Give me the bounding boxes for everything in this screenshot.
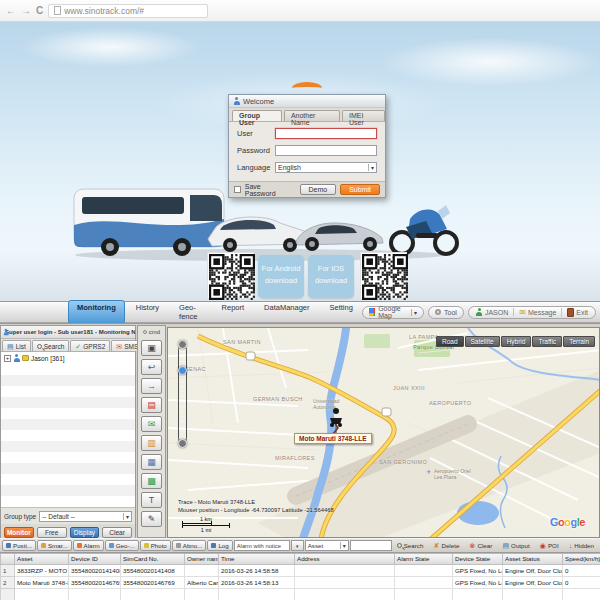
- url-text: www.sinotrack.com/#: [64, 6, 144, 16]
- table-cell: [15, 588, 69, 600]
- search-button[interactable]: Search: [395, 541, 426, 551]
- stats-button[interactable]: ▦: [141, 454, 162, 470]
- map-view-traffic[interactable]: Traffic: [532, 336, 562, 347]
- filter-input[interactable]: [350, 540, 392, 551]
- nav-tab-history[interactable]: History: [127, 300, 168, 324]
- map-zoom-slider[interactable]: [177, 340, 188, 448]
- clear-button[interactable]: Clear: [102, 527, 132, 538]
- forward-button[interactable]: →: [141, 378, 162, 394]
- idcard-button[interactable]: ▥: [141, 435, 162, 451]
- group-type-label: Group type: [4, 513, 36, 520]
- text-button[interactable]: T: [141, 492, 162, 508]
- expand-icon[interactable]: +: [4, 355, 11, 362]
- bottom-tab-abno[interactable]: Abno...: [172, 540, 207, 551]
- alarm-notice-box[interactable]: Alarm with notice: [234, 540, 290, 551]
- display-button[interactable]: Display: [70, 527, 100, 538]
- nav-tab-datamanager[interactable]: DataManager: [255, 300, 318, 324]
- current-user[interactable]: JASON: [471, 308, 514, 316]
- screen-button[interactable]: ▣: [141, 340, 162, 356]
- column-header[interactable]: Alarm State: [395, 554, 453, 564]
- tab-group-user[interactable]: Group User: [232, 110, 282, 121]
- table-cell: [503, 588, 563, 600]
- bottom-tab-posti[interactable]: Posti...: [2, 540, 36, 551]
- demo-button[interactable]: Demo: [300, 184, 337, 195]
- free-button[interactable]: Free: [37, 527, 67, 538]
- zoom-out-knob[interactable]: [178, 439, 187, 448]
- output-button[interactable]: ▤Output: [500, 541, 531, 551]
- bottom-tab-geo[interactable]: Geo-...: [105, 540, 139, 551]
- back-icon[interactable]: ←: [6, 5, 16, 16]
- table-row[interactable]: [1, 588, 600, 600]
- address-bar[interactable]: www.sinotrack.com/#: [48, 4, 208, 18]
- column-header[interactable]: Device ID: [69, 554, 121, 564]
- column-header[interactable]: Asset Status: [503, 554, 563, 564]
- table-row[interactable]: 2Moto Maruti 3748-LL35548002014676935548…: [1, 576, 600, 588]
- table-cell: 2016-03-26 14:58:13: [219, 576, 295, 588]
- android-download-button[interactable]: For Android download: [258, 255, 304, 298]
- forward-icon[interactable]: →: [21, 5, 31, 16]
- tree-item-jason[interactable]: + Jason [361]: [1, 352, 135, 364]
- ios-download-button[interactable]: For IOS download: [308, 255, 354, 298]
- slider-track[interactable]: [178, 345, 187, 443]
- exit-button[interactable]: Exit: [562, 308, 593, 317]
- bottom-tab-label: Posti...: [13, 542, 32, 549]
- map-view-satellite[interactable]: Satellite: [465, 336, 500, 347]
- bottom-tab-log[interactable]: Log: [207, 540, 232, 551]
- hidden-button[interactable]: ↓Hidden: [567, 541, 596, 551]
- sidebar-tab-list[interactable]: ▤List: [2, 340, 31, 351]
- column-header[interactable]: Owner name: [185, 554, 219, 564]
- chat-button[interactable]: ✉: [141, 416, 162, 432]
- bottom-tab-smar[interactable]: Smar...: [37, 540, 72, 551]
- map-view-hybrid[interactable]: Hybrid: [501, 336, 532, 347]
- message-button[interactable]: ✉ Message: [514, 308, 562, 317]
- slider-handle[interactable]: [178, 366, 187, 375]
- pencil-button[interactable]: ✎: [141, 511, 162, 527]
- action-label: Search: [404, 542, 424, 549]
- table-row[interactable]: 13833RZP - MOTO3554800201414083554800201…: [1, 564, 600, 576]
- column-header[interactable]: SimCard No.: [121, 554, 185, 564]
- clear-button[interactable]: ⊗Clear: [468, 541, 495, 551]
- asset-filter-select[interactable]: Asset ▾: [305, 540, 349, 551]
- reply-button[interactable]: ↩: [141, 359, 162, 375]
- monitor-button[interactable]: Monitor: [4, 527, 34, 538]
- notice-dropdown[interactable]: ▾: [291, 540, 304, 551]
- language-value: English: [278, 164, 301, 171]
- column-header[interactable]: Time: [219, 554, 295, 564]
- bottom-tab-alarm[interactable]: Alarm: [73, 540, 104, 551]
- delete-button[interactable]: ✘Delete: [432, 541, 462, 551]
- nav-tab-monitoring[interactable]: Monitoring: [68, 300, 125, 324]
- column-header[interactable]: Speed(km/h): [563, 554, 600, 564]
- nav-tab-geo-fence[interactable]: Geo-fence: [170, 300, 210, 324]
- language-select[interactable]: English ▾: [275, 162, 377, 173]
- nav-tab-report[interactable]: Report: [213, 300, 254, 324]
- password-input[interactable]: [275, 145, 377, 156]
- map-type-select[interactable]: Google Map ▾: [362, 306, 424, 319]
- map-view-road[interactable]: Road: [436, 336, 464, 347]
- tab-another-name[interactable]: Another Name: [284, 110, 340, 121]
- submit-button[interactable]: Submit: [340, 184, 380, 195]
- tool-button[interactable]: Tool: [428, 306, 464, 319]
- nav-tab-setting[interactable]: Setting: [321, 300, 362, 324]
- save-password-checkbox[interactable]: [234, 186, 241, 193]
- map-view-terrain[interactable]: Terrain: [563, 336, 595, 347]
- asset-list[interactable]: [1, 364, 135, 508]
- tab-imei-user[interactable]: IMEI User: [342, 110, 385, 121]
- hidden-icon: ↓: [569, 542, 573, 549]
- bottom-tab-photo[interactable]: Photo: [140, 540, 171, 551]
- marker-label[interactable]: Moto Maruti 3748-LLE: [294, 433, 372, 444]
- google-icon: [369, 308, 375, 316]
- user-input[interactable]: [275, 128, 377, 139]
- column-header[interactable]: Asset: [15, 554, 69, 564]
- vehicle-marker[interactable]: [328, 406, 344, 434]
- poi-button[interactable]: ◉POI: [538, 541, 561, 551]
- file-alert-button[interactable]: ▤: [141, 397, 162, 413]
- zoom-in-knob[interactable]: [178, 340, 187, 349]
- column-header[interactable]: Address: [295, 554, 395, 564]
- map-button[interactable]: ▩: [141, 473, 162, 489]
- map-canvas[interactable]: SAN MARTIN LA PAMPA Parque Bolívar SENAC…: [167, 327, 600, 538]
- column-header[interactable]: Device State: [453, 554, 503, 564]
- sidebar-tab-gprs2[interactable]: ✓GPRS2: [70, 340, 110, 351]
- group-type-select[interactable]: -- Default -- ▾: [39, 511, 132, 522]
- reload-icon[interactable]: C: [36, 5, 43, 16]
- sidebar-tab-search[interactable]: Search: [32, 340, 70, 351]
